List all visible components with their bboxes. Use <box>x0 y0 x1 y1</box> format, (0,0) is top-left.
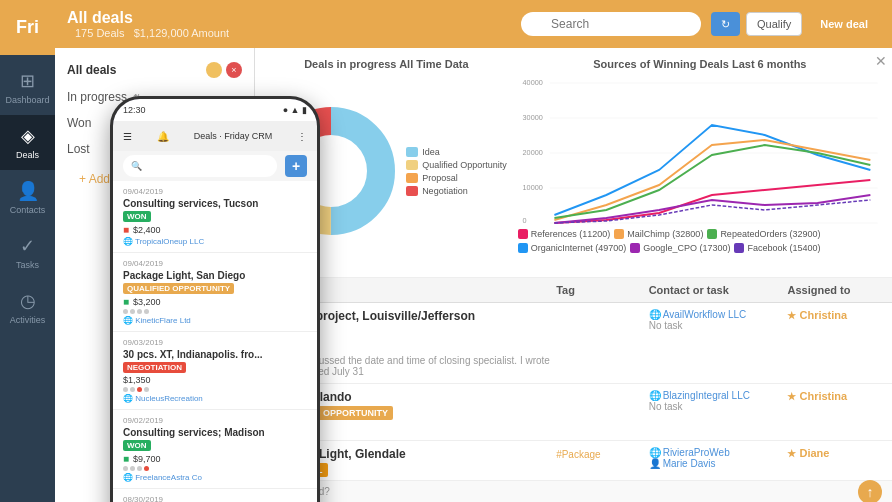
stage-badge: PROPOSAL <box>267 463 328 477</box>
col-assigned: Assigned to <box>787 284 880 296</box>
sidebar-label-activities: Activities <box>10 315 46 325</box>
legend-item-repeated: RepeatedOrders (32900) <box>707 229 820 239</box>
line-chart-svg: 40000 30000 20000 10000 0 April May <box>518 75 882 225</box>
sidebar-label-deals: Deals <box>16 150 39 160</box>
deal-tag: #Package <box>556 447 649 461</box>
panel-title: All deals <box>67 63 116 77</box>
filter-won[interactable]: Won <box>55 110 254 136</box>
stage-badge: QUALIFIED OPPORTUNITY <box>267 406 393 420</box>
legend-dot <box>707 229 717 239</box>
pie-chart-title: Deals in progress All Time Data <box>265 58 508 70</box>
pie-chart-container: Deals in progress All Time Data <box>265 58 508 267</box>
col-name: Name <box>267 284 556 296</box>
table-row[interactable]: Package Light, Glendale PROPOSAL $7,300 … <box>255 441 892 480</box>
avatar-day: Fri <box>16 17 39 38</box>
charts-row: Deals in progress All Time Data <box>255 48 892 278</box>
add-filter-button[interactable]: + Add filter <box>67 166 148 192</box>
legend-dot <box>630 243 640 253</box>
svg-point-4 <box>301 141 361 201</box>
panel-controls: × <box>206 62 242 78</box>
col-tag: Tag <box>556 284 649 296</box>
deal-contact: 🌐BlazingIntegral LLC No task <box>649 390 788 412</box>
minimize-button[interactable] <box>206 62 222 78</box>
table-row[interactable]: Medium project, Louisville/Jefferson WON… <box>255 303 892 384</box>
legend-item-facebook: Facebook (15400) <box>734 243 820 253</box>
filter-row: + Add filter Options <box>55 162 254 196</box>
scroll-to-top-button[interactable]: ↑ <box>858 480 882 503</box>
close-charts-button[interactable]: ✕ <box>875 53 887 69</box>
dashboard-icon: ⊞ <box>20 70 35 92</box>
legend-dot <box>734 243 744 253</box>
legend-item-mailchimp: MailChimp (32800) <box>614 229 703 239</box>
legend-dot <box>518 229 528 239</box>
new-deal-button[interactable]: New deal <box>808 12 880 36</box>
search-container: 🔍 <box>521 12 701 36</box>
deals-table: Name Tag Contact or task Assigned to Med… <box>255 278 892 480</box>
legend-item-organic: OrganicInternet (49700) <box>518 243 627 253</box>
svg-text:10000: 10000 <box>522 183 542 192</box>
tasks-icon: ✓ <box>20 235 35 257</box>
deal-assigned: ★Diane <box>787 447 880 459</box>
deal-info: Package Light, Glendale PROPOSAL $7,300 … <box>267 447 556 480</box>
filter-in-progress[interactable]: In progress ⇅ <box>55 84 254 110</box>
top-header: All deals 175 Deals $1,129,000 Amount 🔍 … <box>55 0 892 48</box>
sidebar-label-dashboard: Dashboard <box>5 95 49 105</box>
close-button[interactable]: × <box>226 62 242 78</box>
contacts-icon: 👤 <box>17 180 39 202</box>
filter-label: Lost <box>67 142 90 156</box>
legend-dot-negotiation <box>406 186 418 196</box>
sync-icon: ↻ <box>721 18 730 31</box>
pie-legend-item: Negotiation <box>406 186 507 196</box>
bug-report[interactable]: 🐛 bug found? <box>265 486 330 497</box>
left-panel: All deals × In progress ⇅ Won Lost + Add… <box>55 48 255 502</box>
filter-label: Won <box>67 116 91 130</box>
table-header: Name Tag Contact or task Assigned to <box>255 278 892 303</box>
sidebar-nav: ⊞ Dashboard ◈ Deals 👤 Contacts ✓ Tasks ◷… <box>0 60 55 335</box>
legend-item-references: References (11200) <box>518 229 611 239</box>
header-stats: 175 Deals $1,129,000 Amount <box>75 27 229 39</box>
pie-chart-area: Idea Qualified Opportunity Proposal <box>265 75 508 267</box>
svg-text:40000: 40000 <box>522 78 542 87</box>
legend-dot-qualified <box>406 160 418 170</box>
sidebar-item-tasks[interactable]: ✓ Tasks <box>0 225 55 280</box>
pie-legend: Idea Qualified Opportunity Proposal <box>406 147 507 196</box>
line-chart-legend: References (11200) MailChimp (32800) Rep… <box>518 229 882 253</box>
legend-dot-proposal <box>406 173 418 183</box>
content-row: All deals × In progress ⇅ Won Lost + Add… <box>55 48 892 502</box>
search-input[interactable] <box>521 12 701 36</box>
sidebar-item-deals[interactable]: ◈ Deals <box>0 115 55 170</box>
header-buttons: ↻ Qualify New deal <box>711 12 880 36</box>
deal-assigned: ★Christina <box>787 390 880 402</box>
activities-icon: ◷ <box>20 290 36 312</box>
panel-header: All deals × <box>55 56 254 84</box>
sidebar-item-dashboard[interactable]: ⊞ Dashboard <box>0 60 55 115</box>
page-title: All deals <box>67 9 229 27</box>
sort-icon: ⇅ <box>133 92 141 103</box>
deal-info: Order, Orlando QUALIFIED OPPORTUNITY $6,… <box>267 390 556 434</box>
deal-contact: 🌐AvailWorkflow LLC No task <box>649 309 788 331</box>
avatar: Fri <box>0 0 55 55</box>
line-chart-title: Sources of Winning Deals Last 6 months <box>518 58 882 70</box>
options-button[interactable]: Options <box>201 166 242 192</box>
sync-button[interactable]: ↻ <box>711 12 740 36</box>
table-row[interactable]: Order, Orlando QUALIFIED OPPORTUNITY $6,… <box>255 384 892 441</box>
sidebar-label-tasks: Tasks <box>16 260 39 270</box>
legend-dot <box>614 229 624 239</box>
legend-item-google: Google_CPO (17300) <box>630 243 730 253</box>
qualify-button[interactable]: Qualify <box>746 12 802 36</box>
line-chart-container: Sources of Winning Deals Last 6 months 4… <box>518 58 882 267</box>
sidebar: Fri ⊞ Dashboard ◈ Deals 👤 Contacts ✓ Tas… <box>0 0 55 502</box>
filter-lost[interactable]: Lost <box>55 136 254 162</box>
sidebar-item-activities[interactable]: ◷ Activities <box>0 280 55 335</box>
svg-text:30000: 30000 <box>522 113 542 122</box>
deal-assigned: ★Christina <box>787 309 880 321</box>
pie-legend-item: Proposal <box>406 173 507 183</box>
deal-contact: 🌐RivieraProWeb 👤Marie Davis <box>649 447 788 469</box>
filter-label: In progress <box>67 90 127 104</box>
svg-text:20000: 20000 <box>522 148 542 157</box>
sidebar-label-contacts: Contacts <box>10 205 46 215</box>
sidebar-item-contacts[interactable]: 👤 Contacts <box>0 170 55 225</box>
charts-area: Deals in progress All Time Data <box>255 48 892 502</box>
stage-badge: WON <box>267 325 299 339</box>
pie-chart-svg <box>266 106 396 236</box>
